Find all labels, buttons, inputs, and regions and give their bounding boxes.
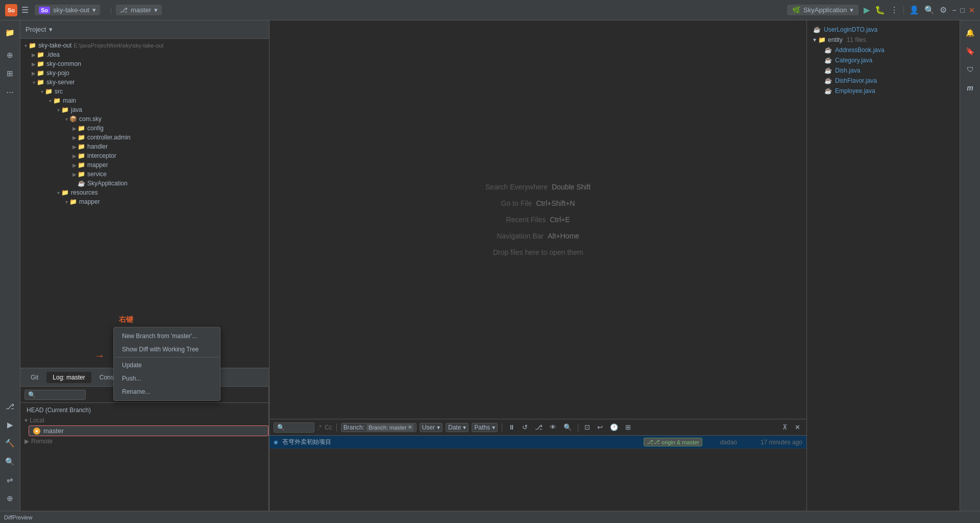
minimize-button[interactable]: − [952,6,956,14]
window-controls: − □ ✕ [952,6,975,14]
sidebar-item-build[interactable]: 🔨 [2,435,18,451]
commit-row[interactable]: ◉ 苍穹外卖初始项目 ⎇⎇ origin & master dadao 17 m… [270,436,806,449]
master-row: ★ master [20,425,268,436]
file-employee[interactable]: ☕ Employee.java [809,86,958,96]
branch-button[interactable]: ⎇ [533,422,545,432]
branch-search-input[interactable] [24,390,86,400]
layout-button[interactable]: ⊞ [623,422,633,432]
file-dishflavor[interactable]: ☕ DishFlavor.java [809,76,958,86]
head-branch[interactable]: HEAD (Current Branch) [20,405,268,415]
close-panel-button[interactable]: ✕ [793,422,802,432]
project-tree[interactable]: ▾ 📁 sky-take-out E:\javaProjectWork\sky\… [20,39,269,368]
hint-goto-file: Go to File Ctrl+Shift+N [501,199,575,207]
context-new-branch[interactable]: New Branch from 'master'... [114,329,220,343]
branch-filter[interactable]: Branch: Branch: master ✕ [341,423,416,432]
git-commit-log: ◉ 苍穹外卖初始项目 ⎇⎇ origin & master dadao 17 m… [270,436,806,511]
sidebar-item-git[interactable]: ⎇ [2,398,18,415]
restore-button[interactable]: □ [961,6,965,14]
expand-panel-button[interactable]: ⊼ [780,422,790,432]
menu-icon[interactable]: ☰ [21,5,29,15]
right-sidebar-notifications[interactable]: 🔔 [962,25,978,41]
entity-folder-line: ▾ 📁 entity 11 files [809,35,958,45]
sidebar-item-bottom[interactable]: ⊕ [2,490,18,507]
tree-java[interactable]: ▾ 📁 java [20,105,269,114]
hint-nav-bar: Navigation Bar Alt+Home [497,232,579,240]
tree-root[interactable]: ▾ 📁 sky-take-out E:\javaProjectWork\sky\… [20,41,269,50]
tree-sky-server[interactable]: ▾ 📁 sky-server [20,78,269,87]
master-branch-item[interactable]: ★ master [29,425,268,436]
settings-icon[interactable]: ⚙ [940,5,947,15]
search-icon[interactable]: 🔍 [924,5,935,15]
debug-button[interactable]: 🐛 [875,5,885,15]
file-category[interactable]: ☕ Category.java [809,55,958,65]
user-icon[interactable]: 👤 [909,5,919,15]
context-show-diff[interactable]: Show Diff with Working Tree [114,343,220,356]
context-rename[interactable]: Rename... [114,385,220,398]
remote-section[interactable]: ▶ Remote [20,436,268,446]
file-panel-content: ☕ UserLoginDTO.java ▾ 📁 entity 11 files … [807,20,960,511]
tree-idea[interactable]: ▶ 📁 .idea [20,50,269,59]
master-badge: ★ [33,427,40,435]
tree-config[interactable]: ▶ 📁 config [20,124,269,133]
git-tree: HEAD (Current Branch) ▾ Local ★ master [20,403,268,511]
tree-service[interactable]: ▶ 📁 service [20,170,269,179]
right-sidebar-shield[interactable]: 🛡 [962,61,978,78]
right-sidebar: 🔔 🔖 🛡 m [960,20,980,511]
hint-recent-files: Recent Files Ctrl+E [506,216,570,224]
context-update[interactable]: Update [114,359,220,372]
right-sidebar-m[interactable]: m [962,80,978,96]
context-divider-1 [114,357,220,358]
file-dish[interactable]: ☕ Dish.java [809,65,958,76]
find-button[interactable]: 🔍 [561,422,574,432]
diff-preview-label: DiffPreview [4,514,32,520]
tree-sky-pojo[interactable]: ▶ 📁 sky-pojo [20,68,269,78]
refresh-button[interactable]: ↺ [520,422,530,432]
more-options[interactable]: ⋮ [890,5,898,15]
project-panel-header: Project ▾ [20,20,269,39]
git-log-search-input[interactable] [274,422,314,433]
sidebar-item-vcs[interactable]: ⊕ [2,47,18,63]
expand-button[interactable]: ⊡ [582,422,592,432]
arrow-indicator: → [94,350,105,362]
tree-sky-application[interactable]: ☕ SkyApplication [20,179,269,188]
tree-com-sky[interactable]: ▾ 📦 com.sky [20,114,269,124]
sidebar-item-run[interactable]: ▶ [2,417,18,433]
tree-mapper[interactable]: ▶ 📁 mapper [20,160,269,170]
tab-log-master[interactable]: Log: master [46,372,91,383]
tree-resources-mapper[interactable]: ▾ 📁 mapper [20,197,269,206]
undo-button[interactable]: ↩ [595,422,605,432]
run-config-selector[interactable]: 🌿 SkyApplication ▾ [787,5,859,15]
close-button[interactable]: ✕ [969,6,975,14]
tree-interceptor[interactable]: ▶ 📁 interceptor [20,151,269,160]
user-filter[interactable]: User ▾ [420,423,443,432]
tree-src[interactable]: ▾ 📁 src [20,87,269,96]
tree-sky-common[interactable]: ▶ 📁 sky-common [20,59,269,68]
eye-button[interactable]: 👁 [548,422,558,432]
pause-button[interactable]: ⏸ [506,422,517,432]
sidebar-item-folder[interactable]: 📁 [2,25,18,41]
sidebar-item-structure[interactable]: ⊞ [2,65,18,82]
date-filter[interactable]: Date ▾ [446,423,469,432]
context-menu: New Branch from 'master'... Show Diff wi… [113,327,220,401]
file-userlogindto[interactable]: ☕ UserLoginDTO.java [809,25,958,35]
git-log-toolbar: .* Cc Branch: Branch: master ✕ User ▾ Da… [270,419,806,436]
tree-handler[interactable]: ▶ 📁 handler [20,142,269,151]
context-push[interactable]: Push... [114,372,220,385]
file-addressbook[interactable]: ☕ AddressBook.java [809,45,958,55]
tree-controller-admin[interactable]: ▶ 📁 controller.admin [20,133,269,142]
run-button[interactable]: ▶ [864,5,870,15]
right-sidebar-bookmark[interactable]: 🔖 [962,43,978,59]
paths-filter[interactable]: Paths ▾ [472,423,498,432]
origin-tag: ⎇⎇ origin & master [644,438,702,446]
sidebar-item-find[interactable]: 🔍 [2,454,18,470]
local-section[interactable]: ▾ Local [20,415,268,425]
app-icon: So [5,4,17,16]
tab-git[interactable]: Git [24,372,44,383]
tree-resources[interactable]: ▾ 📁 resources [20,188,269,197]
sidebar-item-more[interactable]: ⋯ [2,84,18,100]
tree-main[interactable]: ▾ 📁 main [20,96,269,105]
sidebar-item-diff[interactable]: ⇌ [2,472,18,488]
project-name[interactable]: So sky-take-out ▾ [35,5,100,15]
clock-button[interactable]: 🕐 [608,422,620,432]
branch-selector[interactable]: ⎇ master ▾ [116,5,162,15]
